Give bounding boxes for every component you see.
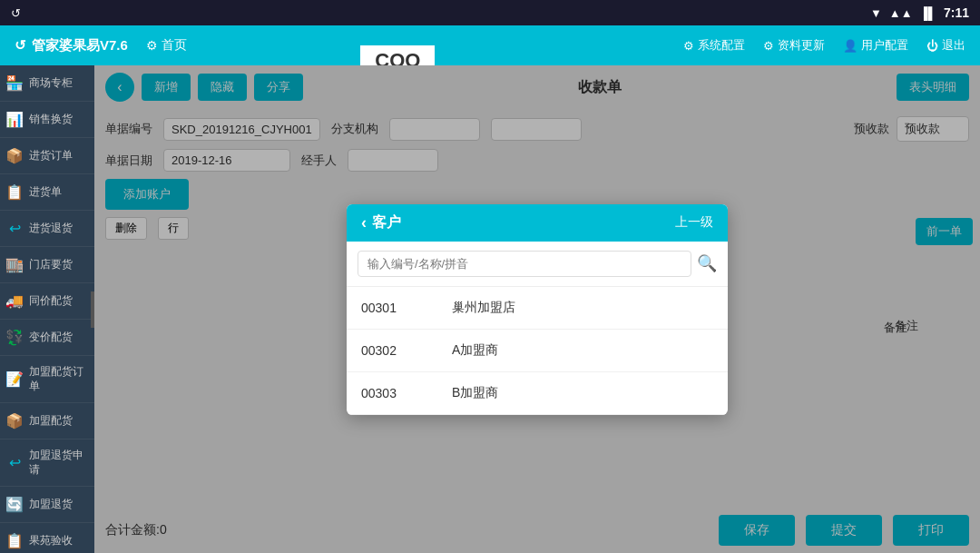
- data-update-icon: ⚙: [763, 39, 774, 53]
- sidebar-item-franchise-ship[interactable]: 📦 加盟配货: [0, 403, 94, 439]
- sidebar-item-purchase[interactable]: 📋 进货单: [0, 174, 94, 211]
- home-nav-item[interactable]: ⚙ 首页: [146, 37, 187, 54]
- sidebar-item-franchise-return-apply[interactable]: ↩ 加盟退货申请: [0, 439, 94, 487]
- sidebar-item-mall[interactable]: 🏪 商场专柜: [0, 65, 94, 102]
- store-order-icon: 🏬: [5, 256, 24, 273]
- status-time: 7:11: [944, 5, 969, 20]
- sales-icon: 📊: [5, 111, 24, 128]
- refresh-icon: ↺: [11, 6, 21, 20]
- brand-icon: ↺: [15, 37, 26, 54]
- purchase-icon: 📋: [5, 183, 24, 201]
- franchise-return-icon: 🔄: [5, 496, 24, 513]
- data-update-nav[interactable]: ⚙ 资料更新: [763, 37, 825, 54]
- customer-list: 00301 巢州加盟店 00302 A加盟商 00303 B加盟商: [347, 287, 728, 415]
- sidebar-item-franchise-order[interactable]: 📝 加盟配货订单: [0, 356, 94, 403]
- modal-overlay: ‹ 客户 上一级 🔍 00301 巢州加盟店 00302 A加盟商 00303 …: [94, 65, 980, 553]
- modal-back-button[interactable]: 上一级: [675, 214, 713, 231]
- price-change-icon: 💱: [5, 329, 24, 346]
- wifi-icon: ▼: [870, 6, 882, 20]
- franchise-order-icon: 📝: [5, 370, 24, 388]
- same-price-icon: 🚚: [5, 292, 24, 310]
- modal-search-area: 🔍: [347, 242, 728, 287]
- signal-icon: ▲▲: [889, 6, 913, 20]
- sidebar-item-inspection[interactable]: 📋 果苑验收: [0, 523, 94, 553]
- purchase-order-icon: 📦: [5, 147, 24, 164]
- customer-list-item[interactable]: 00302 A加盟商: [347, 330, 728, 372]
- customer-list-item[interactable]: 00303 B加盟商: [347, 372, 728, 415]
- user-config-icon: 👤: [843, 39, 858, 53]
- sidebar: 🏪 商场专柜 📊 销售换货 📦 进货订单 📋 进货单 ↩ 进货退货 🏬 门店要货…: [0, 65, 94, 553]
- sidebar-item-same-price[interactable]: 🚚 同价配货: [0, 283, 94, 320]
- sidebar-item-purchase-return[interactable]: ↩ 进货退货: [0, 211, 94, 247]
- search-icon[interactable]: 🔍: [697, 253, 717, 273]
- customer-code: 00303: [361, 386, 416, 400]
- content-area: ‹ 新增 隐藏 分享 收款单 表头明细 单据编号 SKD_20191216_CJ…: [94, 65, 980, 553]
- mall-icon: 🏪: [5, 74, 24, 92]
- inspection-icon: 📋: [5, 532, 24, 549]
- sidebar-item-franchise-return[interactable]: 🔄 加盟退货: [0, 487, 94, 523]
- customer-name: A加盟商: [452, 342, 498, 359]
- franchise-ship-icon: 📦: [5, 412, 24, 430]
- purchase-return-icon: ↩: [5, 220, 24, 237]
- sidebar-item-purchase-order[interactable]: 📦 进货订单: [0, 138, 94, 174]
- system-config-nav[interactable]: ⚙ 系统配置: [683, 37, 745, 54]
- customer-list-item[interactable]: 00301 巢州加盟店: [347, 287, 728, 330]
- user-config-nav[interactable]: 👤 用户配置: [843, 37, 908, 54]
- sidebar-item-price-change[interactable]: 💱 变价配货: [0, 320, 94, 356]
- customer-name: 巢州加盟店: [452, 300, 515, 316]
- logout-nav[interactable]: ⏻ 退出: [926, 37, 965, 54]
- brand-label: ↺ 管家婆果易V7.6: [15, 37, 128, 54]
- customer-code: 00302: [361, 343, 416, 358]
- customer-modal: ‹ 客户 上一级 🔍 00301 巢州加盟店 00302 A加盟商 00303 …: [347, 204, 728, 415]
- left-arrow-icon: ‹: [361, 213, 367, 232]
- customer-search-input[interactable]: [358, 251, 691, 277]
- top-nav: ↺ 管家婆果易V7.6 ⚙ 首页 COO ⚙ 系统配置 ⚙ 资料更新 👤 用户配…: [0, 25, 980, 65]
- battery-icon: ▐▌: [920, 6, 936, 20]
- modal-title: ‹ 客户: [361, 213, 401, 232]
- sidebar-item-store-order[interactable]: 🏬 门店要货: [0, 247, 94, 283]
- sidebar-item-sales[interactable]: 📊 销售换货: [0, 102, 94, 138]
- modal-header: ‹ 客户 上一级: [347, 204, 728, 242]
- franchise-return-apply-icon: ↩: [5, 454, 24, 471]
- customer-code: 00301: [361, 301, 416, 315]
- system-config-icon: ⚙: [683, 39, 694, 53]
- logout-icon: ⏻: [926, 39, 938, 53]
- home-icon: ⚙: [146, 38, 158, 53]
- customer-name: B加盟商: [452, 385, 498, 401]
- status-bar: ↺ ▼ ▲▲ ▐▌ 7:11: [0, 0, 980, 25]
